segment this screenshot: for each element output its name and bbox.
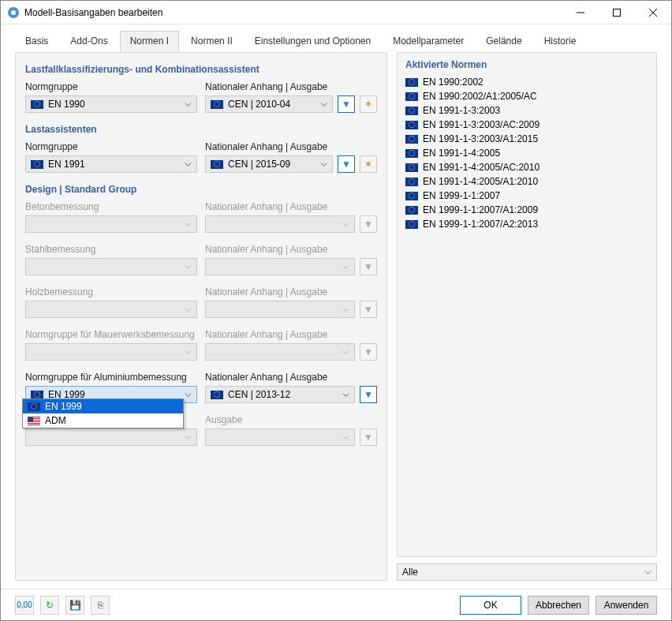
section-title-combination: Lastfallklassifizierungs- und Kombinatio… xyxy=(25,64,377,75)
chevron-down-icon xyxy=(342,306,349,313)
norm-label: EN 1991-1-4:2005 xyxy=(423,148,500,159)
normgruppe-combo-2[interactable]: EN 1991 xyxy=(25,155,197,173)
refresh-button[interactable]: ↻ xyxy=(40,596,59,615)
design-annex-label: Nationaler Anhang | Ausgabe xyxy=(205,201,377,212)
filter-button: ▼ xyxy=(360,343,377,361)
norm-label: EN 1991-1-3:2003 xyxy=(423,105,500,116)
us-flag-icon xyxy=(28,417,40,425)
funnel-icon: ▼ xyxy=(342,159,351,170)
funnel-icon: ▼ xyxy=(364,219,373,230)
annex-combo-1[interactable]: CEN | 2010-04 xyxy=(205,95,333,113)
units-button[interactable]: 0,00 xyxy=(15,596,34,615)
norm-item[interactable]: EN 1999-1-1:2007 xyxy=(405,189,648,203)
norm-label: EN 1990:2002/A1:2005/AC xyxy=(423,91,537,102)
dropdown-option[interactable]: ADM xyxy=(23,413,183,428)
tab-einstellungen-und-optionen[interactable]: Einstellungen und Optionen xyxy=(245,31,381,52)
tab-normen-i[interactable]: Normen I xyxy=(120,31,179,52)
annex-label-2: Nationaler Anhang | Ausgabe xyxy=(205,141,377,152)
extra-group-combo xyxy=(25,428,197,446)
norm-item[interactable]: EN 1990:2002/A1:2005/AC xyxy=(405,89,648,103)
eu-flag-icon xyxy=(405,135,418,144)
alu-annex-combo[interactable]: CEN | 2013-12 xyxy=(205,386,355,403)
filter-button-1[interactable]: ▼ xyxy=(338,95,355,113)
maximize-button[interactable] xyxy=(599,1,635,24)
normgruppe-combo-1[interactable]: EN 1990 xyxy=(25,95,197,113)
refresh-icon: ↻ xyxy=(46,600,54,611)
filter-button-alu[interactable]: ▼ xyxy=(360,386,377,403)
chevron-down-icon xyxy=(185,306,192,313)
chevron-down-icon xyxy=(342,264,349,271)
left-panel: Lastfallklassifizierungs- und Kombinatio… xyxy=(15,52,387,581)
norm-item[interactable]: EN 1991-1-3:2003/AC:2009 xyxy=(405,118,648,132)
chevron-down-icon xyxy=(185,391,192,398)
funnel-icon: ▼ xyxy=(364,432,373,443)
norm-label: EN 1999-1-1:2007/A1:2009 xyxy=(423,204,538,215)
design-annex-combo xyxy=(205,301,355,318)
norm-label: EN 1990:2002 xyxy=(423,77,483,88)
tab-basis[interactable]: Basis xyxy=(15,31,58,52)
norm-item[interactable]: EN 1991-1-3:2003 xyxy=(405,103,648,118)
norm-item[interactable]: EN 1991-1-4:2005 xyxy=(405,146,648,160)
design-group-combo xyxy=(25,215,197,233)
norm-label: EN 1991-1-3:2003/A1:2015 xyxy=(423,133,538,144)
funnel-icon: ▼ xyxy=(364,304,373,315)
tab-normen-ii[interactable]: Normen II xyxy=(181,31,243,52)
norm-item[interactable]: EN 1999-1-1:2007/A1:2009 xyxy=(405,203,648,217)
dropdown-option[interactable]: EN 1999 xyxy=(23,399,183,413)
norm-item[interactable]: EN 1990:2002 xyxy=(405,75,648,89)
tab-historie[interactable]: Historie xyxy=(534,31,587,52)
filter-button-2[interactable]: ▼ xyxy=(338,155,355,173)
chevron-down-icon xyxy=(320,101,327,108)
funnel-icon: ▼ xyxy=(342,99,351,110)
new-button-1[interactable]: ✶ xyxy=(360,95,377,113)
tab-add-ons[interactable]: Add-Ons xyxy=(60,31,118,52)
ok-button[interactable]: OK xyxy=(460,596,521,615)
combo-value: CEN | 2010-04 xyxy=(228,99,290,110)
design-group-label: Normgruppe für Mauerwerksbemessung xyxy=(25,329,197,340)
normgruppe-label-1: Normgruppe xyxy=(25,81,197,92)
norm-item[interactable]: EN 1991-1-3:2003/A1:2015 xyxy=(405,132,648,146)
design-group-label: Betonbemessung xyxy=(25,201,197,212)
funnel-icon: ▼ xyxy=(364,346,373,357)
cancel-button[interactable]: Abbrechen xyxy=(528,596,589,615)
norm-label: EN 1991-1-3:2003/AC:2009 xyxy=(423,119,539,130)
filter-button: ▼ xyxy=(360,215,377,233)
design-annex-label: Nationaler Anhang | Ausgabe xyxy=(205,244,377,255)
norm-item[interactable]: EN 1991-1-4:2005/AC:2010 xyxy=(405,160,648,174)
extra-annex-label: Ausgabe xyxy=(205,414,377,425)
annex-combo-2[interactable]: CEN | 2015-09 xyxy=(205,155,333,173)
eu-flag-icon xyxy=(405,107,418,115)
design-group-combo xyxy=(25,258,197,275)
filter-button: ▼ xyxy=(360,301,377,318)
norm-label: EN 1999-1-1:2007/A2:2013 xyxy=(423,219,538,230)
window-title: Modell-Basisangaben bearbeiten xyxy=(24,7,562,18)
filter-button: ▼ xyxy=(360,258,377,275)
combo-value: Alle xyxy=(402,567,418,578)
alu-label: Normgruppe für Aluminiumbemessung xyxy=(25,372,197,383)
chevron-down-icon xyxy=(342,434,349,441)
eu-flag-icon xyxy=(405,220,418,229)
units-icon: 0,00 xyxy=(17,600,32,609)
normgruppe-label-2: Normgruppe xyxy=(25,141,197,152)
copy-button[interactable]: ⎘ xyxy=(91,596,110,615)
save-button[interactable]: 💾 xyxy=(65,596,84,615)
norms-filter-combo[interactable]: Alle xyxy=(397,563,657,581)
design-annex-label: Nationaler Anhang | Ausgabe xyxy=(205,286,377,297)
new-doc-icon: ✶ xyxy=(364,159,372,170)
new-button-2[interactable]: ✶ xyxy=(360,155,377,173)
norm-item[interactable]: EN 1991-1-4:2005/A1:2010 xyxy=(405,174,648,189)
tab-gel-nde[interactable]: Gelände xyxy=(476,31,532,52)
tab-modellparameter[interactable]: Modellparameter xyxy=(383,31,474,52)
option-label: ADM xyxy=(45,415,66,426)
design-group-combo xyxy=(25,343,197,361)
design-group-label: Stahlbemessung xyxy=(25,244,197,255)
minimize-button[interactable] xyxy=(562,1,599,24)
chevron-down-icon xyxy=(320,161,327,168)
apply-button[interactable]: Anwenden xyxy=(595,596,657,615)
close-button[interactable] xyxy=(635,1,671,24)
eu-flag-icon xyxy=(405,92,418,101)
eu-flag-icon xyxy=(211,160,223,169)
norm-item[interactable]: EN 1999-1-1:2007/A2:2013 xyxy=(405,217,648,231)
chevron-down-icon xyxy=(342,221,349,228)
eu-flag-icon xyxy=(211,391,223,399)
